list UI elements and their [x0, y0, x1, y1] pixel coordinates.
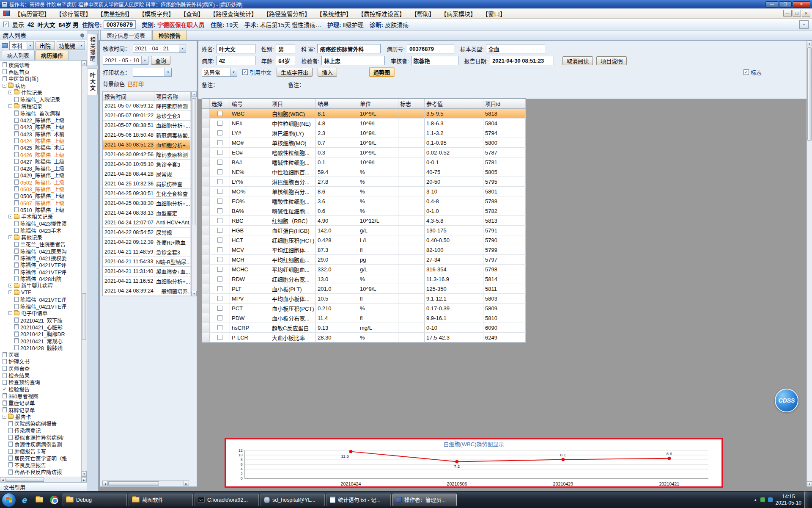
detail-field-value[interactable]: 疮疡蛇伤脉管外科 [317, 44, 381, 53]
result-row[interactable]: MCV平均红细胞体...87.3fl82-1005799 [202, 245, 526, 255]
taskbar-button[interactable]: 统计语句.txt - 记... [326, 494, 391, 506]
tree-item[interactable]: 0507_陈福伟_上级 [0, 199, 81, 206]
tree-item[interactable]: 陈福伟_0423慢性溃 [0, 220, 81, 227]
detail-field-value[interactable]: 男 [276, 44, 295, 53]
result-row[interactable]: HGB血红蛋白(HGB)142.0g/L130-1755791 [202, 226, 526, 235]
tree-item[interactable]: 护理文书 [0, 358, 81, 365]
tree-item[interactable]: 0427_陈福伟_上级 [0, 158, 81, 165]
menu-item[interactable]: 【帮助】 [408, 8, 438, 19]
tree-expander-icon[interactable]: - [8, 235, 12, 239]
report-row[interactable]: 2021-05-06 18:50:48新冠病毒核酸... [103, 130, 191, 140]
row-checkbox[interactable] [217, 286, 222, 291]
results-header-cell[interactable]: 项目 [270, 99, 316, 108]
taskbar-button[interactable]: 截图软件 [129, 494, 193, 506]
row-checkbox[interactable] [217, 335, 222, 340]
report-row[interactable]: 2021-04-28 08:44:28尿常规 [103, 169, 191, 179]
report-row[interactable]: 2021-05-07 08:59:12降钙素原检测 [103, 101, 191, 111]
tree-item[interactable]: 0506_陈福伟_上级 [0, 193, 81, 199]
taskbar-button[interactable]: Debug [63, 494, 127, 506]
date-from-select[interactable]: 2021 - 04 - 21 ▼ [133, 44, 186, 53]
report-row[interactable]: 2021-04-30 10:05:10急诊全套3 [103, 160, 191, 169]
department-select[interactable]: 本科 ▼ [9, 41, 34, 50]
menu-item[interactable]: 【质控标准设置】 [355, 8, 408, 19]
result-row[interactable]: P-LCR大血小板比率28.30%17.5-42.36249 [202, 333, 526, 342]
cdss-badge[interactable]: CDSS [775, 389, 798, 412]
tree-item[interactable]: 陈福伟_0421VTE评 [0, 296, 81, 303]
tree-expander-icon[interactable]: - [8, 104, 12, 108]
row-checkbox[interactable] [217, 140, 222, 145]
tree-item[interactable]: -VTE [0, 289, 81, 296]
cite-chinese-option[interactable]: ✓ 引用中文 [242, 68, 272, 76]
abnormal-filter-select[interactable]: 选异常 ▼ [202, 68, 237, 77]
search-button[interactable]: 查询 [151, 56, 170, 65]
taskbar-button[interactable]: sd_hospital@YL... [261, 494, 325, 506]
tree-item[interactable]: 陈福伟_0421授权委 [0, 254, 81, 261]
result-row[interactable]: NE%中性粒细胞百...59.4%40-755805 [202, 167, 526, 177]
tree-item[interactable]: 陈福伟_首次病程 [0, 110, 81, 116]
tree-item[interactable]: 食源性疾病病例监测 [0, 441, 81, 447]
close-button[interactable]: ✕ [793, 1, 810, 8]
menu-item[interactable]: 【病案模块】 [438, 8, 479, 19]
chrome-icon[interactable] [48, 494, 60, 506]
report-list-scrollbar[interactable]: ▲ ▼ [191, 91, 197, 296]
report-row[interactable]: 2021-04-30 08:51:23血细胞分析+... [103, 140, 191, 150]
report-row[interactable]: 2021-04-21 11:16:52血细胞分析+... [103, 276, 191, 286]
tree-item[interactable]: 0426_陈福伟_上级 [0, 151, 81, 158]
scrollbar-thumb[interactable] [807, 47, 812, 141]
tree-item[interactable]: 0429_陈福伟_上级 [0, 172, 81, 179]
tree-item[interactable]: 20210421_心脏彩 [0, 323, 81, 330]
tree-item[interactable]: 检查预约查询 [0, 379, 81, 386]
row-checkbox[interactable] [217, 208, 222, 213]
row-checkbox[interactable] [217, 121, 222, 126]
mdi-minimize-button[interactable]: — [783, 10, 792, 17]
result-row[interactable]: MPV平均血小板体...10.5fl9.1-12.15803 [202, 294, 526, 304]
report-row[interactable]: 2021-04-21 11:48:59急诊全套3 [103, 247, 191, 257]
row-checkbox[interactable] [217, 169, 222, 174]
row-checkbox[interactable] [217, 199, 222, 204]
report-name-header[interactable]: 项目名称 [154, 92, 191, 101]
tree-item[interactable]: 兰花兰_住院患者告 [0, 241, 81, 248]
tree-item[interactable]: 陈福伟_0421VTE评 [0, 268, 81, 275]
tree-item[interactable]: -住院记录 [0, 89, 81, 96]
main-tab[interactable]: 医疗信息一览表 [100, 30, 151, 40]
report-row[interactable]: 2021-04-21 11:31:40凝血筛查+血... [103, 267, 191, 276]
row-checkbox[interactable] [217, 267, 222, 272]
tree-item[interactable]: 医嘱 [0, 351, 81, 358]
scroll-left-icon[interactable]: ◀ [0, 477, 5, 482]
row-checkbox[interactable] [217, 296, 222, 301]
show-desktop-button[interactable] [804, 491, 809, 508]
menu-item[interactable]: 【模板字典】 [136, 8, 177, 19]
scroll-right-icon[interactable]: ▶ [81, 477, 87, 482]
row-checkbox[interactable] [217, 111, 222, 116]
tree-item[interactable]: 疾病诊断 [0, 61, 81, 68]
taskbar-button[interactable]: 操作者：管理员... [392, 494, 457, 506]
result-row[interactable]: MCHC平均红细胞血...332.0g/L316-3545798 [202, 265, 526, 274]
scroll-up-icon[interactable]: ▲ [807, 41, 812, 46]
detail-field-value[interactable]: 00376879 [407, 44, 454, 53]
flag-option[interactable]: ✓ 标志 [743, 68, 762, 76]
tree-item[interactable]: -其他记录 [0, 234, 81, 240]
tree-expander-icon[interactable]: - [8, 290, 12, 294]
tree-item[interactable]: 20210421_双下肢 [0, 317, 81, 323]
report-row[interactable]: 2021-04-24 08:39:24一般细菌培养... [103, 286, 191, 296]
scroll-up-icon[interactable]: ▲ [192, 91, 197, 97]
main-tab[interactable]: 检验报告 [152, 30, 187, 40]
tray-network-icon[interactable] [768, 497, 773, 502]
tree-expander-icon[interactable]: - [8, 284, 12, 287]
result-row[interactable]: MO%单核细胞百分...8.6%3-105801 [202, 187, 526, 196]
tree-vertical-scrollbar[interactable]: ▲ ▼ [81, 61, 87, 477]
tree-item[interactable]: 医师自查 [0, 365, 81, 372]
tree-item[interactable]: -电子申请单 [0, 310, 81, 317]
clock[interactable]: 14:15 2021-05-10 [776, 494, 801, 506]
result-row[interactable]: EO#嗜酸性粒细胞...0.310^9/L0.02-0.525787 [202, 148, 526, 157]
detail-field-value[interactable]: 林上忠 [321, 56, 385, 65]
trend-chart-button[interactable]: 趋势图 [369, 68, 394, 77]
scroll-up-icon[interactable]: ▲ [82, 61, 87, 66]
tree-item[interactable]: 疑似食源性异常病例/ [0, 434, 81, 441]
document-citation-label[interactable]: 文书引用 [3, 483, 25, 491]
tree-item[interactable]: 360患者视图 [0, 392, 81, 399]
tree-item[interactable]: -手术相关记录 [0, 213, 81, 220]
row-checkbox[interactable] [217, 179, 222, 184]
result-row[interactable]: LY#淋巴细胞(LY)2.310^9/L1.1-3.25794 [202, 128, 526, 138]
tree-expander-icon[interactable]: - [8, 215, 12, 218]
